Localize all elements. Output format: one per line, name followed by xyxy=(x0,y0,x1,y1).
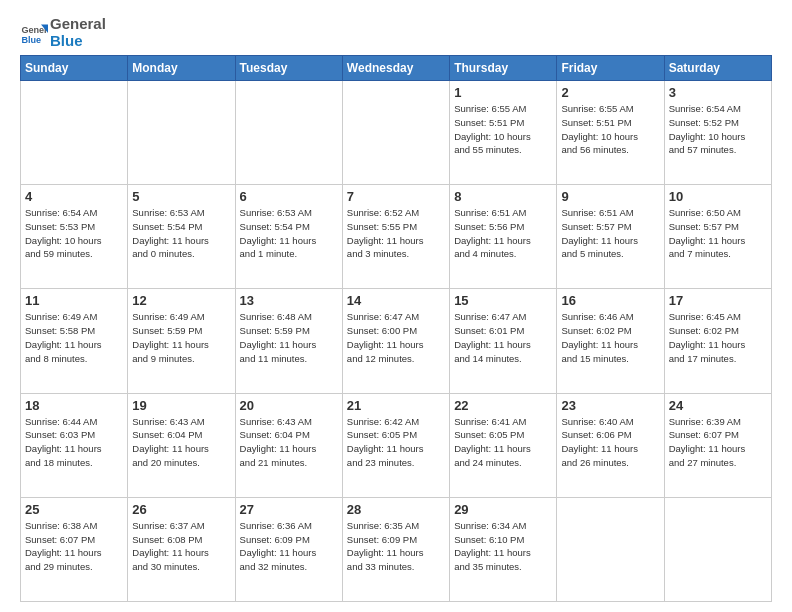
day-number: 1 xyxy=(454,85,552,100)
day-detail: Sunrise: 6:50 AM Sunset: 5:57 PM Dayligh… xyxy=(669,206,767,261)
day-detail: Sunrise: 6:51 AM Sunset: 5:57 PM Dayligh… xyxy=(561,206,659,261)
day-number: 10 xyxy=(669,189,767,204)
day-detail: Sunrise: 6:45 AM Sunset: 6:02 PM Dayligh… xyxy=(669,310,767,365)
calendar-cell: 27Sunrise: 6:36 AM Sunset: 6:09 PM Dayli… xyxy=(235,497,342,601)
day-detail: Sunrise: 6:44 AM Sunset: 6:03 PM Dayligh… xyxy=(25,415,123,470)
calendar-cell: 29Sunrise: 6:34 AM Sunset: 6:10 PM Dayli… xyxy=(450,497,557,601)
day-detail: Sunrise: 6:41 AM Sunset: 6:05 PM Dayligh… xyxy=(454,415,552,470)
calendar-week-1: 4Sunrise: 6:54 AM Sunset: 5:53 PM Daylig… xyxy=(21,185,772,289)
day-number: 3 xyxy=(669,85,767,100)
day-detail: Sunrise: 6:51 AM Sunset: 5:56 PM Dayligh… xyxy=(454,206,552,261)
day-number: 22 xyxy=(454,398,552,413)
day-number: 6 xyxy=(240,189,338,204)
day-detail: Sunrise: 6:46 AM Sunset: 6:02 PM Dayligh… xyxy=(561,310,659,365)
day-number: 21 xyxy=(347,398,445,413)
calendar-cell: 16Sunrise: 6:46 AM Sunset: 6:02 PM Dayli… xyxy=(557,289,664,393)
calendar-cell: 12Sunrise: 6:49 AM Sunset: 5:59 PM Dayli… xyxy=(128,289,235,393)
calendar-cell xyxy=(664,497,771,601)
day-number: 27 xyxy=(240,502,338,517)
calendar-cell: 7Sunrise: 6:52 AM Sunset: 5:55 PM Daylig… xyxy=(342,185,449,289)
day-detail: Sunrise: 6:42 AM Sunset: 6:05 PM Dayligh… xyxy=(347,415,445,470)
logo-blue: Blue xyxy=(50,32,83,49)
day-number: 24 xyxy=(669,398,767,413)
day-number: 7 xyxy=(347,189,445,204)
svg-text:Blue: Blue xyxy=(21,34,41,44)
day-number: 13 xyxy=(240,293,338,308)
day-detail: Sunrise: 6:55 AM Sunset: 5:51 PM Dayligh… xyxy=(454,102,552,157)
day-detail: Sunrise: 6:37 AM Sunset: 6:08 PM Dayligh… xyxy=(132,519,230,574)
day-detail: Sunrise: 6:49 AM Sunset: 5:58 PM Dayligh… xyxy=(25,310,123,365)
calendar-week-3: 18Sunrise: 6:44 AM Sunset: 6:03 PM Dayli… xyxy=(21,393,772,497)
calendar-cell: 2Sunrise: 6:55 AM Sunset: 5:51 PM Daylig… xyxy=(557,81,664,185)
day-detail: Sunrise: 6:53 AM Sunset: 5:54 PM Dayligh… xyxy=(240,206,338,261)
calendar-cell: 28Sunrise: 6:35 AM Sunset: 6:09 PM Dayli… xyxy=(342,497,449,601)
calendar-cell: 22Sunrise: 6:41 AM Sunset: 6:05 PM Dayli… xyxy=(450,393,557,497)
day-number: 23 xyxy=(561,398,659,413)
calendar-cell: 11Sunrise: 6:49 AM Sunset: 5:58 PM Dayli… xyxy=(21,289,128,393)
day-detail: Sunrise: 6:47 AM Sunset: 6:01 PM Dayligh… xyxy=(454,310,552,365)
day-header-sunday: Sunday xyxy=(21,56,128,81)
calendar-cell xyxy=(21,81,128,185)
day-detail: Sunrise: 6:54 AM Sunset: 5:53 PM Dayligh… xyxy=(25,206,123,261)
day-number: 14 xyxy=(347,293,445,308)
day-detail: Sunrise: 6:52 AM Sunset: 5:55 PM Dayligh… xyxy=(347,206,445,261)
day-number: 25 xyxy=(25,502,123,517)
calendar-cell: 21Sunrise: 6:42 AM Sunset: 6:05 PM Dayli… xyxy=(342,393,449,497)
calendar-cell xyxy=(235,81,342,185)
day-detail: Sunrise: 6:35 AM Sunset: 6:09 PM Dayligh… xyxy=(347,519,445,574)
calendar-cell: 8Sunrise: 6:51 AM Sunset: 5:56 PM Daylig… xyxy=(450,185,557,289)
day-number: 19 xyxy=(132,398,230,413)
day-number: 12 xyxy=(132,293,230,308)
day-detail: Sunrise: 6:54 AM Sunset: 5:52 PM Dayligh… xyxy=(669,102,767,157)
calendar-cell xyxy=(128,81,235,185)
day-detail: Sunrise: 6:43 AM Sunset: 6:04 PM Dayligh… xyxy=(240,415,338,470)
day-number: 17 xyxy=(669,293,767,308)
day-number: 28 xyxy=(347,502,445,517)
calendar-cell xyxy=(557,497,664,601)
day-detail: Sunrise: 6:40 AM Sunset: 6:06 PM Dayligh… xyxy=(561,415,659,470)
logo-icon: General Blue xyxy=(20,19,48,47)
day-number: 4 xyxy=(25,189,123,204)
day-header-friday: Friday xyxy=(557,56,664,81)
day-detail: Sunrise: 6:36 AM Sunset: 6:09 PM Dayligh… xyxy=(240,519,338,574)
calendar-cell: 3Sunrise: 6:54 AM Sunset: 5:52 PM Daylig… xyxy=(664,81,771,185)
calendar-week-2: 11Sunrise: 6:49 AM Sunset: 5:58 PM Dayli… xyxy=(21,289,772,393)
calendar-cell: 18Sunrise: 6:44 AM Sunset: 6:03 PM Dayli… xyxy=(21,393,128,497)
day-detail: Sunrise: 6:34 AM Sunset: 6:10 PM Dayligh… xyxy=(454,519,552,574)
calendar-week-4: 25Sunrise: 6:38 AM Sunset: 6:07 PM Dayli… xyxy=(21,497,772,601)
logo: General Blue General Blue xyxy=(20,16,106,49)
calendar-cell: 9Sunrise: 6:51 AM Sunset: 5:57 PM Daylig… xyxy=(557,185,664,289)
day-number: 20 xyxy=(240,398,338,413)
day-number: 16 xyxy=(561,293,659,308)
day-header-thursday: Thursday xyxy=(450,56,557,81)
day-number: 29 xyxy=(454,502,552,517)
calendar-cell: 17Sunrise: 6:45 AM Sunset: 6:02 PM Dayli… xyxy=(664,289,771,393)
calendar-cell: 15Sunrise: 6:47 AM Sunset: 6:01 PM Dayli… xyxy=(450,289,557,393)
day-number: 8 xyxy=(454,189,552,204)
day-detail: Sunrise: 6:47 AM Sunset: 6:00 PM Dayligh… xyxy=(347,310,445,365)
day-number: 15 xyxy=(454,293,552,308)
calendar-cell: 19Sunrise: 6:43 AM Sunset: 6:04 PM Dayli… xyxy=(128,393,235,497)
day-header-wednesday: Wednesday xyxy=(342,56,449,81)
day-number: 9 xyxy=(561,189,659,204)
day-number: 11 xyxy=(25,293,123,308)
day-detail: Sunrise: 6:39 AM Sunset: 6:07 PM Dayligh… xyxy=(669,415,767,470)
day-header-tuesday: Tuesday xyxy=(235,56,342,81)
calendar-cell: 25Sunrise: 6:38 AM Sunset: 6:07 PM Dayli… xyxy=(21,497,128,601)
calendar-week-0: 1Sunrise: 6:55 AM Sunset: 5:51 PM Daylig… xyxy=(21,81,772,185)
calendar-cell: 14Sunrise: 6:47 AM Sunset: 6:00 PM Dayli… xyxy=(342,289,449,393)
calendar-cell: 23Sunrise: 6:40 AM Sunset: 6:06 PM Dayli… xyxy=(557,393,664,497)
day-detail: Sunrise: 6:49 AM Sunset: 5:59 PM Dayligh… xyxy=(132,310,230,365)
day-number: 26 xyxy=(132,502,230,517)
calendar-cell: 6Sunrise: 6:53 AM Sunset: 5:54 PM Daylig… xyxy=(235,185,342,289)
calendar-cell: 13Sunrise: 6:48 AM Sunset: 5:59 PM Dayli… xyxy=(235,289,342,393)
calendar-table: SundayMondayTuesdayWednesdayThursdayFrid… xyxy=(20,55,772,602)
calendar-cell: 24Sunrise: 6:39 AM Sunset: 6:07 PM Dayli… xyxy=(664,393,771,497)
day-detail: Sunrise: 6:55 AM Sunset: 5:51 PM Dayligh… xyxy=(561,102,659,157)
page-header: General Blue General Blue xyxy=(20,16,772,49)
day-detail: Sunrise: 6:43 AM Sunset: 6:04 PM Dayligh… xyxy=(132,415,230,470)
calendar-cell: 4Sunrise: 6:54 AM Sunset: 5:53 PM Daylig… xyxy=(21,185,128,289)
day-header-saturday: Saturday xyxy=(664,56,771,81)
day-detail: Sunrise: 6:53 AM Sunset: 5:54 PM Dayligh… xyxy=(132,206,230,261)
day-number: 18 xyxy=(25,398,123,413)
